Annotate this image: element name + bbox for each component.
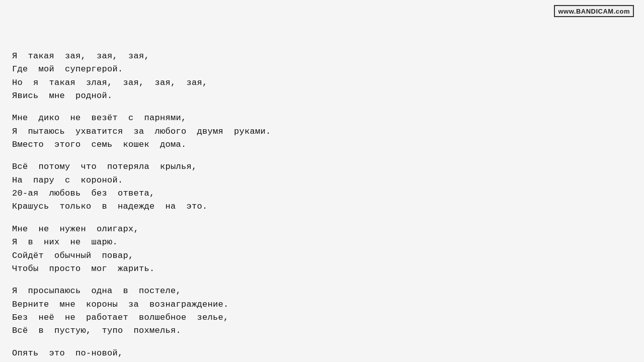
lyric-line: Мне не нужен олигарх, bbox=[12, 223, 632, 236]
lyric-line: Всё потому что потеряла крылья, bbox=[12, 160, 632, 173]
lyric-line: Я в них не шарю. bbox=[12, 236, 632, 249]
lyric-line: Опять это по-новой, bbox=[12, 347, 632, 360]
lyric-line: Я такая зая, зая, зая, bbox=[12, 50, 632, 63]
lyrics-container: Я такая зая, зая, зая,Где мой супергерой… bbox=[12, 10, 632, 362]
lyric-line: Но я такая злая, зая, зая, зая, bbox=[12, 76, 632, 89]
lyric-block: Я просыпаюсь одна в постеле,Верните мне … bbox=[12, 285, 632, 337]
lyric-line: Крашусь только в надежде на это. bbox=[12, 200, 632, 213]
lyric-block: Мне не нужен олигарх,Я в них не шарю.Сой… bbox=[12, 223, 632, 276]
lyric-line: Без неё не работает волшебное зелье, bbox=[12, 311, 632, 324]
lyric-line: Мне дико не везёт с парнями, bbox=[12, 112, 632, 125]
lyric-line: 20-ая любовь без ответа, bbox=[12, 187, 632, 200]
lyric-line: Вместо этого семь кошек дома. bbox=[12, 138, 632, 151]
watermark-text: www.BANDICAM.com bbox=[558, 8, 630, 15]
lyric-block: Всё потому что потеряла крылья,На пару с… bbox=[12, 160, 632, 213]
lyric-line: Снова это фрэндзона. bbox=[12, 360, 632, 362]
lyric-line: Я пытаюсь ухватится за любого двумя рука… bbox=[12, 125, 632, 138]
lyric-line: Сойдёт обычный повар, bbox=[12, 249, 632, 262]
lyric-block: Мне дико не везёт с парнями,Я пытаюсь ух… bbox=[12, 112, 632, 151]
lyric-line: На пару с короной. bbox=[12, 174, 632, 187]
lyric-line: Где мой супергерой. bbox=[12, 63, 632, 76]
main-content: www.BANDICAM.com Я такая зая, зая, зая,Г… bbox=[0, 0, 644, 362]
lyric-line: Явись мне родной. bbox=[12, 89, 632, 103]
lyric-line: Чтобы просто мог жарить. bbox=[12, 262, 632, 276]
lyric-line: Верните мне короны за вознаграждение. bbox=[12, 298, 632, 311]
lyric-block: Я такая зая, зая, зая,Где мой супергерой… bbox=[12, 50, 632, 103]
lyric-line: Я просыпаюсь одна в постеле, bbox=[12, 285, 632, 298]
lyric-line: Всё в пустую, тупо похмелья. bbox=[12, 324, 632, 337]
watermark-badge: www.BANDICAM.com bbox=[554, 5, 634, 17]
lyric-block: Опять это по-новой,Снова это фрэндзона.Н… bbox=[12, 347, 632, 362]
